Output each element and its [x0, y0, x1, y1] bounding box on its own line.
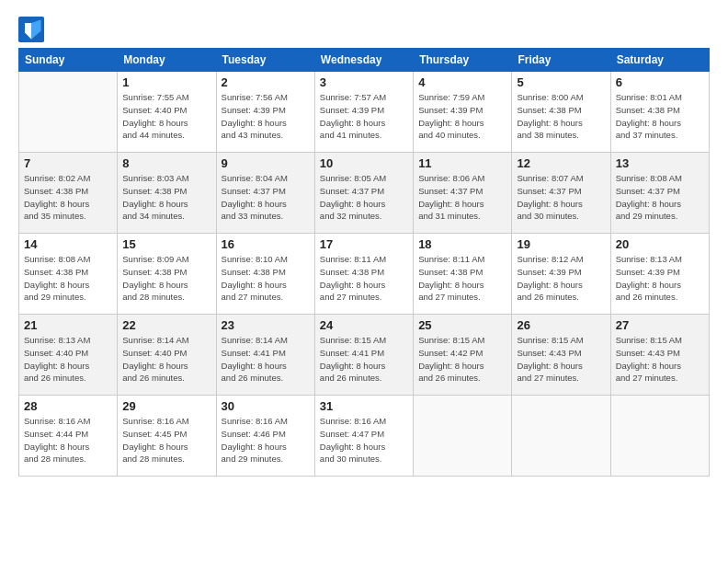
day-info: Sunrise: 8:03 AMSunset: 4:38 PMDaylight:… [122, 172, 210, 223]
day-number: 24 [320, 318, 408, 332]
calendar-cell: 21Sunrise: 8:13 AMSunset: 4:40 PMDayligh… [19, 315, 118, 396]
day-info: Sunrise: 7:56 AMSunset: 4:39 PMDaylight:… [222, 91, 310, 142]
week-row-3: 14Sunrise: 8:08 AMSunset: 4:38 PMDayligh… [19, 234, 710, 315]
day-info: Sunrise: 8:15 AMSunset: 4:43 PMDaylight:… [616, 334, 704, 385]
calendar-cell: 24Sunrise: 8:15 AMSunset: 4:41 PMDayligh… [314, 315, 413, 396]
day-number: 8 [122, 156, 210, 170]
day-number: 11 [418, 156, 506, 170]
day-number: 1 [122, 75, 210, 89]
day-info: Sunrise: 8:06 AMSunset: 4:37 PMDaylight:… [418, 172, 506, 223]
calendar-cell: 31Sunrise: 8:16 AMSunset: 4:47 PMDayligh… [314, 396, 413, 477]
calendar-cell: 7Sunrise: 8:02 AMSunset: 4:38 PMDaylight… [19, 153, 118, 234]
day-number: 15 [122, 237, 210, 251]
weekday-header-monday: Monday [118, 49, 216, 72]
day-number: 9 [222, 156, 310, 170]
day-number: 17 [320, 237, 408, 251]
weekday-header-friday: Friday [512, 49, 610, 72]
calendar-cell: 16Sunrise: 8:10 AMSunset: 4:38 PMDayligh… [216, 234, 314, 315]
day-number: 2 [222, 75, 310, 89]
day-number: 29 [122, 399, 210, 413]
calendar-cell [414, 396, 512, 477]
calendar-cell: 27Sunrise: 8:15 AMSunset: 4:43 PMDayligh… [610, 315, 709, 396]
day-info: Sunrise: 8:07 AMSunset: 4:37 PMDaylight:… [517, 172, 605, 223]
day-info: Sunrise: 8:11 AMSunset: 4:38 PMDaylight:… [418, 253, 506, 304]
day-info: Sunrise: 8:16 AMSunset: 4:44 PMDaylight:… [24, 415, 112, 465]
calendar-cell: 10Sunrise: 8:05 AMSunset: 4:37 PMDayligh… [314, 153, 413, 234]
day-info: Sunrise: 8:15 AMSunset: 4:42 PMDaylight:… [418, 334, 506, 385]
calendar-cell: 8Sunrise: 8:03 AMSunset: 4:38 PMDaylight… [118, 153, 216, 234]
day-number: 22 [122, 318, 210, 332]
calendar-cell: 4Sunrise: 7:59 AMSunset: 4:39 PMDaylight… [414, 72, 512, 153]
logo-icon [18, 17, 44, 42]
calendar-table: SundayMondayTuesdayWednesdayThursdayFrid… [18, 48, 710, 477]
day-number: 26 [517, 318, 605, 332]
week-row-1: 1Sunrise: 7:55 AMSunset: 4:40 PMDaylight… [19, 72, 710, 153]
day-number: 21 [24, 318, 112, 332]
day-info: Sunrise: 7:57 AMSunset: 4:39 PMDaylight:… [320, 91, 408, 142]
calendar-cell [19, 72, 118, 153]
weekday-header-thursday: Thursday [414, 49, 512, 72]
day-info: Sunrise: 8:16 AMSunset: 4:45 PMDaylight:… [122, 415, 210, 465]
calendar-cell: 6Sunrise: 8:01 AMSunset: 4:38 PMDaylight… [610, 72, 709, 153]
day-info: Sunrise: 8:15 AMSunset: 4:43 PMDaylight:… [517, 334, 605, 385]
day-info: Sunrise: 8:16 AMSunset: 4:46 PMDaylight:… [222, 415, 310, 465]
day-info: Sunrise: 8:12 AMSunset: 4:39 PMDaylight:… [517, 253, 605, 304]
day-number: 14 [24, 237, 112, 251]
calendar-cell: 12Sunrise: 8:07 AMSunset: 4:37 PMDayligh… [512, 153, 610, 234]
day-number: 5 [517, 75, 605, 89]
day-info: Sunrise: 8:05 AMSunset: 4:37 PMDaylight:… [320, 172, 408, 223]
day-number: 27 [616, 318, 704, 332]
calendar-cell: 13Sunrise: 8:08 AMSunset: 4:37 PMDayligh… [610, 153, 709, 234]
day-number: 4 [418, 75, 506, 89]
calendar-cell: 25Sunrise: 8:15 AMSunset: 4:42 PMDayligh… [414, 315, 512, 396]
week-row-5: 28Sunrise: 8:16 AMSunset: 4:44 PMDayligh… [19, 396, 710, 477]
day-info: Sunrise: 7:55 AMSunset: 4:40 PMDaylight:… [122, 91, 210, 142]
calendar-cell: 23Sunrise: 8:14 AMSunset: 4:41 PMDayligh… [216, 315, 314, 396]
day-info: Sunrise: 8:16 AMSunset: 4:47 PMDaylight:… [320, 415, 408, 465]
day-info: Sunrise: 8:00 AMSunset: 4:38 PMDaylight:… [517, 91, 605, 142]
week-row-2: 7Sunrise: 8:02 AMSunset: 4:38 PMDaylight… [19, 153, 710, 234]
day-number: 28 [24, 399, 112, 413]
weekday-header-tuesday: Tuesday [216, 49, 314, 72]
day-info: Sunrise: 8:15 AMSunset: 4:41 PMDaylight:… [320, 334, 408, 385]
calendar-cell: 11Sunrise: 8:06 AMSunset: 4:37 PMDayligh… [414, 153, 512, 234]
calendar-cell: 18Sunrise: 8:11 AMSunset: 4:38 PMDayligh… [414, 234, 512, 315]
day-info: Sunrise: 7:59 AMSunset: 4:39 PMDaylight:… [418, 91, 506, 142]
calendar-cell: 22Sunrise: 8:14 AMSunset: 4:40 PMDayligh… [118, 315, 216, 396]
calendar-cell: 30Sunrise: 8:16 AMSunset: 4:46 PMDayligh… [216, 396, 314, 477]
calendar-cell: 26Sunrise: 8:15 AMSunset: 4:43 PMDayligh… [512, 315, 610, 396]
day-number: 16 [222, 237, 310, 251]
calendar-cell: 1Sunrise: 7:55 AMSunset: 4:40 PMDaylight… [118, 72, 216, 153]
day-number: 12 [517, 156, 605, 170]
day-number: 7 [24, 156, 112, 170]
day-info: Sunrise: 8:14 AMSunset: 4:41 PMDaylight:… [222, 334, 310, 385]
day-number: 20 [616, 237, 704, 251]
day-number: 18 [418, 237, 506, 251]
day-info: Sunrise: 8:11 AMSunset: 4:38 PMDaylight:… [320, 253, 408, 304]
day-number: 6 [616, 75, 704, 89]
day-info: Sunrise: 8:08 AMSunset: 4:38 PMDaylight:… [24, 253, 112, 304]
calendar-cell [512, 396, 610, 477]
calendar-cell: 2Sunrise: 7:56 AMSunset: 4:39 PMDaylight… [216, 72, 314, 153]
day-number: 13 [616, 156, 704, 170]
calendar-cell: 15Sunrise: 8:09 AMSunset: 4:38 PMDayligh… [118, 234, 216, 315]
day-info: Sunrise: 8:13 AMSunset: 4:40 PMDaylight:… [24, 334, 112, 385]
day-info: Sunrise: 8:04 AMSunset: 4:37 PMDaylight:… [222, 172, 310, 223]
weekday-header-wednesday: Wednesday [314, 49, 413, 72]
day-number: 3 [320, 75, 408, 89]
day-info: Sunrise: 8:13 AMSunset: 4:39 PMDaylight:… [616, 253, 704, 304]
calendar-cell: 19Sunrise: 8:12 AMSunset: 4:39 PMDayligh… [512, 234, 610, 315]
logo [18, 17, 48, 42]
day-info: Sunrise: 8:09 AMSunset: 4:38 PMDaylight:… [122, 253, 210, 304]
day-info: Sunrise: 8:02 AMSunset: 4:38 PMDaylight:… [24, 172, 112, 223]
day-number: 31 [320, 399, 408, 413]
day-info: Sunrise: 8:10 AMSunset: 4:38 PMDaylight:… [222, 253, 310, 304]
calendar-cell: 5Sunrise: 8:00 AMSunset: 4:38 PMDaylight… [512, 72, 610, 153]
day-info: Sunrise: 8:01 AMSunset: 4:38 PMDaylight:… [616, 91, 704, 142]
calendar-cell [610, 396, 709, 477]
day-number: 23 [222, 318, 310, 332]
page: SundayMondayTuesdayWednesdayThursdayFrid… [0, 0, 728, 563]
day-number: 10 [320, 156, 408, 170]
calendar-cell: 14Sunrise: 8:08 AMSunset: 4:38 PMDayligh… [19, 234, 118, 315]
calendar-cell: 9Sunrise: 8:04 AMSunset: 4:37 PMDaylight… [216, 153, 314, 234]
